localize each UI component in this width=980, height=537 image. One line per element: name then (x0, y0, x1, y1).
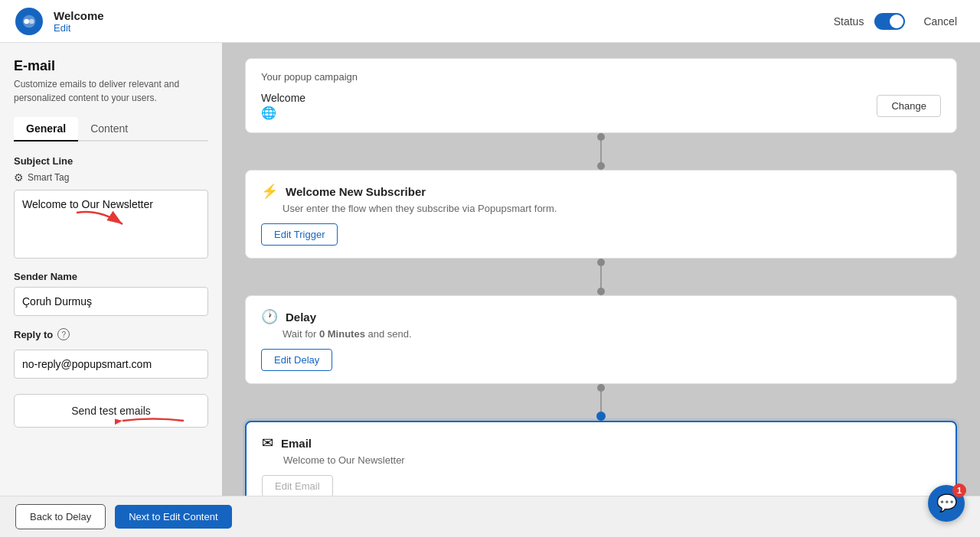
panel-title: E-mail (14, 58, 208, 74)
cancel-button[interactable]: Cancel (916, 11, 965, 32)
flow-dot-top-1 (597, 133, 605, 141)
status-label: Status (834, 15, 864, 28)
email-title: Email (281, 437, 312, 450)
trigger-title: Welcome New Subscriber (286, 185, 426, 198)
reply-to-section: Reply to ? (14, 328, 208, 340)
chat-icon: 💬 (936, 493, 957, 513)
sender-name-label: Sender Name (14, 271, 208, 282)
delay-value: 0 Minutes (319, 328, 365, 340)
email-icon: ✉ (262, 434, 273, 451)
delay-prefix: Wait for (283, 328, 319, 340)
subject-line-label: Subject Line (14, 155, 208, 167)
flow-connector-2 (245, 259, 957, 295)
status-toggle[interactable] (874, 13, 905, 30)
edit-email-button[interactable]: Edit Email (262, 475, 333, 497)
chat-badge: 1 (952, 483, 966, 497)
svg-point-2 (29, 18, 34, 24)
right-panel: Your popup campaign Welcome 🌐 Change ⚡ W… (222, 43, 980, 537)
flow-connector-3 (245, 384, 957, 421)
campaign-card-title: Your popup campaign (261, 71, 941, 83)
change-campaign-button[interactable]: Change (877, 95, 941, 117)
trigger-card-header: ⚡ Welcome New Subscriber (261, 183, 941, 200)
main-layout: E-mail Customize emails to deliver relev… (0, 43, 980, 537)
panel-description: Customize emails to deliver relevant and… (14, 77, 208, 105)
delay-card: 🕐 Delay Wait for 0 Minutes and send. Edi… (245, 295, 957, 384)
campaign-card: Your popup campaign Welcome 🌐 Change (245, 58, 957, 133)
email-card-header: ✉ Email (262, 434, 940, 451)
trigger-card: ⚡ Welcome New Subscriber User enter the … (245, 170, 957, 259)
tab-general[interactable]: General (14, 117, 78, 142)
reply-to-label: Reply to (14, 329, 53, 340)
trigger-desc: User enter the flow when they subscribe … (261, 203, 941, 214)
campaign-name-area: Welcome 🌐 (261, 92, 305, 120)
app-logo (15, 8, 43, 35)
edit-trigger-button[interactable]: Edit Trigger (261, 223, 338, 246)
tabs-row: General Content (14, 117, 208, 142)
next-to-edit-content-button[interactable]: Next to Edit Content (115, 505, 231, 529)
campaign-row: Welcome 🌐 Change (261, 92, 941, 120)
delay-card-header: 🕐 Delay (261, 308, 941, 325)
trigger-icon: ⚡ (261, 183, 278, 200)
chat-bubble[interactable]: 💬 1 (928, 485, 965, 522)
topbar-right: Status Cancel (834, 11, 965, 32)
email-desc: Welcome to Our Newsletter (262, 454, 940, 466)
tab-content[interactable]: Content (78, 117, 140, 142)
send-test-button[interactable]: Send test emails (14, 394, 208, 428)
delay-icon: 🕐 (261, 308, 278, 325)
globe-icon: 🌐 (261, 106, 305, 120)
flow-dot-bottom-1 (597, 162, 605, 170)
topbar: Welcome Edit Status Cancel (0, 0, 980, 43)
edit-link[interactable]: Edit (54, 22, 104, 34)
flow-connector-1 (245, 133, 957, 170)
smart-tag-row[interactable]: ⚙ Smart Tag (14, 171, 208, 184)
smart-tag-icon: ⚙ (14, 171, 24, 184)
flow-dot-bottom-2 (597, 288, 605, 295)
smart-tag-label: Smart Tag (28, 172, 69, 183)
sender-name-input[interactable] (14, 287, 208, 316)
campaign-name: Welcome (261, 92, 305, 104)
delay-title: Delay (286, 311, 316, 324)
bottom-bar: Back to Delay Next to Edit Content (0, 496, 980, 537)
flow-dot-top-2 (597, 259, 605, 266)
subject-line-input[interactable]: Welcome to Our Newsletter (14, 190, 208, 259)
help-icon[interactable]: ? (57, 328, 70, 340)
left-panel: E-mail Customize emails to deliver relev… (0, 43, 222, 537)
back-to-delay-button[interactable]: Back to Delay (15, 504, 106, 529)
delay-suffix: and send. (365, 328, 412, 340)
delay-desc: Wait for 0 Minutes and send. (261, 328, 941, 340)
flow-dot-top-3 (597, 384, 605, 392)
svg-point-1 (24, 18, 29, 24)
page-title: Welcome (54, 9, 104, 22)
edit-delay-button[interactable]: Edit Delay (261, 349, 332, 371)
topbar-title-area: Welcome Edit (54, 9, 104, 34)
flow-dot-bottom-3 (596, 412, 606, 421)
reply-to-input[interactable] (14, 350, 208, 379)
